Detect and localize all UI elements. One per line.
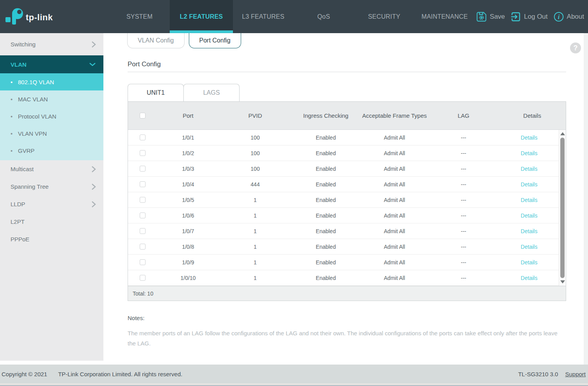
sidebar-item-pppoe[interactable]: PPPoE	[0, 230, 103, 248]
notes-body: The member ports of an LAG follow the co…	[128, 328, 564, 349]
row-checkbox[interactable]	[140, 275, 146, 281]
scrollbar-thumb[interactable]	[560, 138, 565, 278]
sidebar-item-vlan[interactable]: VLAN	[0, 55, 103, 73]
header-acceptable-frame-types: Acceptable Frame Types	[361, 110, 428, 121]
details-link[interactable]: Details	[521, 244, 538, 250]
row-checkbox[interactable]	[140, 228, 146, 234]
bullet-icon: •	[11, 96, 18, 103]
info-icon: i	[553, 11, 564, 22]
tab-lags[interactable]: LAGS	[183, 84, 240, 101]
row-checkbox[interactable]	[140, 259, 146, 265]
nav-item-l2-features[interactable]: L2 FEATURES	[170, 0, 233, 33]
scroll-up-icon[interactable]	[560, 132, 565, 135]
total-count: Total: 10	[133, 290, 153, 297]
sidebar-item-label: PPPoE	[11, 236, 96, 243]
notes-title: Notes:	[128, 315, 564, 321]
sidebar-item-8021q-vlan[interactable]: • 802.1Q VLAN	[0, 73, 103, 90]
vlan-submenu: • 802.1Q VLAN • MAC VLAN • Protocol VLAN…	[0, 73, 103, 160]
about-button[interactable]: i About	[553, 11, 584, 22]
header-details: Details	[499, 112, 566, 119]
details-link[interactable]: Details	[521, 181, 538, 188]
select-all-checkbox[interactable]	[140, 113, 146, 119]
lag-cell: ---	[428, 181, 499, 188]
tab-unit1[interactable]: UNIT1	[128, 84, 184, 101]
details-link[interactable]: Details	[521, 228, 538, 234]
main-menu: SYSTEM L2 FEATURES L3 FEATURES QoS SECUR…	[109, 0, 475, 33]
unit-tabs: UNIT1 LAGS	[128, 84, 240, 101]
ingress-cell: Enabled	[291, 150, 361, 156]
sidebar-item-vlan-vpn[interactable]: • VLAN VPN	[0, 125, 103, 142]
pvid-cell: 100	[219, 166, 291, 172]
lag-cell: ---	[428, 275, 499, 281]
nav-item-security[interactable]: SECURITY	[354, 0, 414, 33]
nav-item-system[interactable]: SYSTEM	[109, 0, 170, 33]
details-link[interactable]: Details	[521, 259, 538, 266]
row-checkbox[interactable]	[140, 135, 146, 140]
port-cell: 1/0/6	[157, 212, 219, 219]
sidebar-item-switching[interactable]: Switching	[0, 33, 103, 55]
logout-icon	[510, 11, 521, 22]
save-label: Save	[490, 13, 505, 21]
sidebar-item-l2pt[interactable]: L2PT	[0, 213, 103, 230]
nav-item-qos[interactable]: QoS	[293, 0, 354, 33]
details-link[interactable]: Details	[521, 135, 538, 141]
sidebar-item-multicast[interactable]: Multicast	[0, 160, 103, 178]
sidebar-item-mac-vlan[interactable]: • MAC VLAN	[0, 90, 103, 108]
details-link[interactable]: Details	[521, 166, 538, 172]
support-link[interactable]: Support	[565, 371, 586, 377]
scroll-down-icon[interactable]	[560, 280, 565, 283]
svg-text:tp-link: tp-link	[26, 12, 53, 22]
header-checkbox-cell	[128, 113, 157, 119]
row-checkbox[interactable]	[140, 212, 146, 218]
frame-cell: Admit All	[361, 210, 428, 221]
svg-text:i: i	[558, 14, 560, 20]
notes-section: Notes: The member ports of an LAG follow…	[128, 315, 564, 349]
lag-cell: ---	[428, 150, 499, 156]
port-config-table: Port PVID Ingress Checking Acceptable Fr…	[128, 101, 566, 301]
tab-vlan-config[interactable]: VLAN Config	[127, 33, 185, 48]
page-title: Port Config	[128, 60, 161, 68]
port-cell: 1/0/2	[157, 150, 219, 156]
header-pvid: PVID	[219, 112, 291, 119]
table-row: 1/0/4 444 Enabled Admit All --- Details	[128, 177, 566, 192]
sidebar-item-gvrp[interactable]: • GVRP	[0, 142, 103, 159]
lag-cell: ---	[428, 259, 499, 266]
nav-item-l3-features[interactable]: L3 FEATURES	[233, 0, 293, 33]
table-row: 1/0/9 1 Enabled Admit All --- Details	[128, 255, 566, 270]
logout-button[interactable]: Log Out	[510, 11, 548, 22]
table-scrollbar[interactable]	[559, 130, 566, 286]
frame-cell: Admit All	[361, 257, 428, 268]
details-link[interactable]: Details	[521, 275, 538, 281]
row-checkbox[interactable]	[140, 181, 146, 187]
sidebar-item-protocol-vlan[interactable]: • Protocol VLAN	[0, 108, 103, 125]
details-link[interactable]: Details	[521, 197, 538, 203]
row-checkbox[interactable]	[140, 244, 146, 250]
table-total-row: Total: 10	[128, 286, 566, 301]
nav-item-maintenance[interactable]: MAINTENANCE	[414, 0, 475, 33]
sidebar-item-spanning-tree[interactable]: Spanning Tree	[0, 178, 103, 195]
ingress-cell: Enabled	[291, 135, 361, 141]
sidebar-item-label: MAC VLAN	[18, 96, 48, 103]
ingress-cell: Enabled	[291, 197, 361, 203]
pvid-cell: 444	[219, 181, 291, 188]
row-checkbox[interactable]	[140, 166, 146, 172]
frame-cell: Admit All	[361, 241, 428, 252]
sidebar-item-lldp[interactable]: LLDP	[0, 195, 103, 213]
sidebar-item-label: Switching	[11, 41, 91, 48]
details-link[interactable]: Details	[521, 150, 538, 156]
frame-cell: Admit All	[361, 179, 428, 190]
row-checkbox[interactable]	[140, 197, 146, 203]
frame-cell: Admit All	[361, 132, 428, 143]
header-port: Port	[157, 112, 219, 119]
chevron-right-icon	[91, 183, 96, 191]
sidebar-item-label: GVRP	[18, 147, 35, 154]
pvid-cell: 1	[219, 197, 291, 203]
top-navigation-bar: tp-link SYSTEM L2 FEATURES L3 FEATURES Q…	[0, 0, 588, 33]
row-checkbox[interactable]	[140, 150, 146, 156]
tab-port-config[interactable]: Port Config	[189, 33, 241, 48]
table-row: 1/0/10 1 Enabled Admit All --- Details	[128, 270, 566, 286]
save-button[interactable]: Save	[476, 11, 505, 22]
details-link[interactable]: Details	[521, 212, 538, 219]
help-icon[interactable]: ?	[570, 42, 581, 53]
ingress-cell: Enabled	[291, 244, 361, 250]
